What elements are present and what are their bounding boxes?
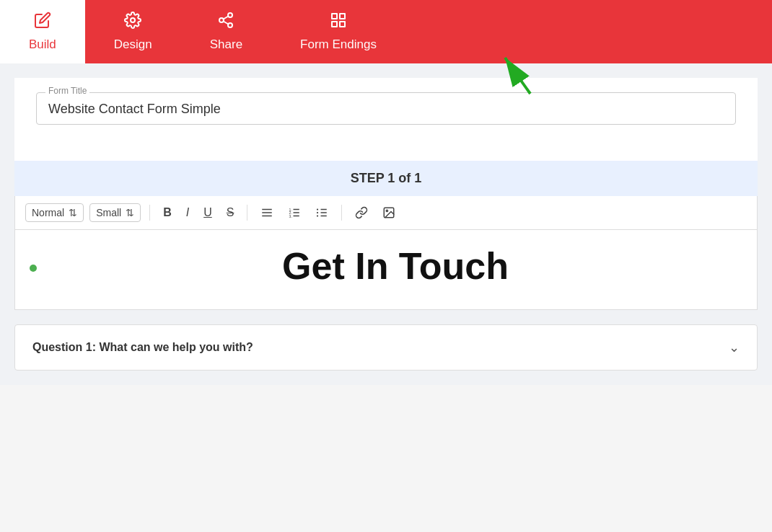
design-icon xyxy=(124,12,141,33)
unordered-list-button[interactable] xyxy=(311,203,333,222)
navbar: Build Design Share xyxy=(0,0,772,63)
share-icon xyxy=(217,12,234,33)
svg-point-23 xyxy=(317,208,318,210)
editor-toolbar: Normal ⇅ Small ⇅ B I U S xyxy=(15,196,757,230)
svg-point-25 xyxy=(317,215,318,216)
step-bar-text: STEP 1 of 1 xyxy=(351,171,422,185)
svg-point-24 xyxy=(317,212,318,213)
toolbar-divider-3 xyxy=(341,205,342,221)
bold-button[interactable]: B xyxy=(159,203,176,222)
step-bar: STEP 1 of 1 xyxy=(14,161,758,196)
svg-point-27 xyxy=(387,210,388,211)
toolbar-divider-2 xyxy=(247,205,247,221)
size-select[interactable]: Small ⇅ xyxy=(89,203,141,222)
form-title-section: Form Title xyxy=(14,78,758,161)
align-icon xyxy=(260,206,273,219)
svg-rect-7 xyxy=(340,14,345,19)
unordered-list-icon xyxy=(315,206,328,219)
strikethrough-button[interactable]: S xyxy=(222,203,239,222)
editor-content[interactable]: Get In Touch xyxy=(15,230,757,309)
align-button[interactable] xyxy=(256,203,278,222)
tab-share[interactable]: Share xyxy=(181,0,271,63)
editor-section: Normal ⇅ Small ⇅ B I U S xyxy=(14,196,758,310)
toolbar-divider-1 xyxy=(149,205,150,221)
italic-icon: I xyxy=(186,206,189,219)
question-section[interactable]: Question 1: What can we help you with? ⌄ xyxy=(14,324,758,371)
tab-form-endings[interactable]: Form Endings xyxy=(271,0,405,63)
svg-line-4 xyxy=(224,22,229,25)
tab-share-label: Share xyxy=(210,37,242,52)
build-icon xyxy=(34,12,51,33)
form-title-field[interactable]: Form Title xyxy=(36,92,736,125)
image-icon xyxy=(382,206,395,219)
svg-text:3.: 3. xyxy=(289,214,292,218)
tab-design-label: Design xyxy=(114,37,152,52)
link-icon xyxy=(355,206,368,219)
image-button[interactable] xyxy=(378,203,400,222)
bold-icon: B xyxy=(163,206,172,219)
style-select-value: Normal xyxy=(32,207,64,218)
style-select[interactable]: Normal ⇅ xyxy=(25,203,84,222)
tab-form-endings-label: Form Endings xyxy=(300,37,377,52)
question-label: Question 1: What can we help you with? xyxy=(32,341,253,354)
style-select-chevron: ⇅ xyxy=(69,207,77,218)
svg-rect-9 xyxy=(332,22,337,27)
italic-button[interactable]: I xyxy=(182,203,193,222)
main-page: Form Title STEP 1 of 1 Normal ⇅ Small ⇅ … xyxy=(0,63,772,385)
ordered-list-button[interactable]: 1. 2. 3. xyxy=(284,203,305,222)
size-select-chevron: ⇅ xyxy=(126,207,134,218)
ordered-list-icon: 1. 2. 3. xyxy=(288,206,301,219)
editor-heading: Get In Touch xyxy=(48,244,742,288)
form-endings-icon xyxy=(330,12,347,33)
chevron-down-icon: ⌄ xyxy=(729,340,740,355)
svg-line-5 xyxy=(224,17,229,19)
form-title-label: Form Title xyxy=(45,86,89,96)
tab-design[interactable]: Design xyxy=(85,0,181,63)
svg-point-0 xyxy=(131,18,135,22)
editor-bullet xyxy=(30,265,37,272)
underline-button[interactable]: U xyxy=(199,203,216,222)
form-title-input[interactable] xyxy=(48,102,724,117)
tab-build-label: Build xyxy=(29,37,56,52)
svg-rect-8 xyxy=(340,22,345,27)
link-button[interactable] xyxy=(351,203,372,222)
tab-build[interactable]: Build xyxy=(0,0,85,63)
strikethrough-icon: S xyxy=(227,206,234,219)
size-select-value: Small xyxy=(96,207,121,218)
underline-icon: U xyxy=(203,206,212,219)
svg-rect-6 xyxy=(332,14,337,19)
